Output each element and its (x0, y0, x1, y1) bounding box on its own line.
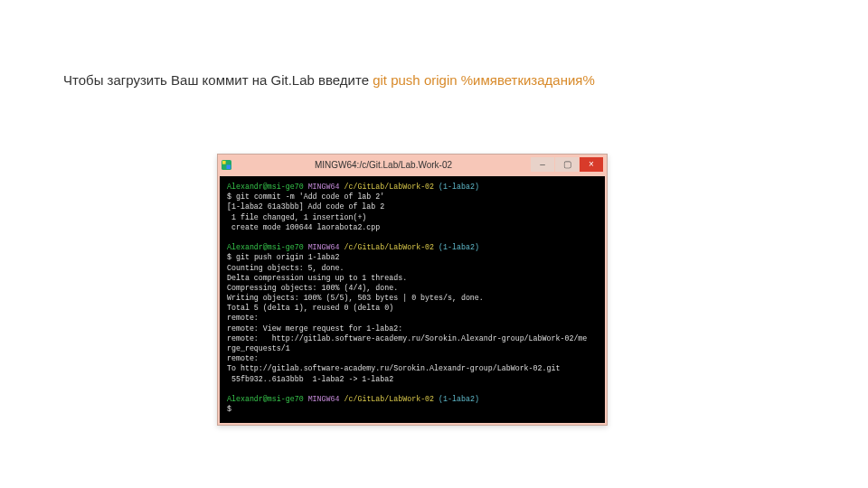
out-1-2: create mode 100644 laorabota2.cpp (227, 223, 380, 231)
minimize-button[interactable]: – (531, 157, 554, 172)
svg-rect-1 (222, 160, 226, 164)
prompt-shell: MINGW64 (308, 243, 340, 251)
prompt-shell: MINGW64 (308, 183, 340, 191)
prompt-user: Alexandr@msi-ge70 (227, 183, 304, 191)
out-2-1: Delta compression using up to 1 threads. (227, 274, 407, 282)
cmd-1: git commit -m 'Add code of lab 2' (231, 192, 384, 201)
out-2-4: Total 5 (delta 1), reused 0 (delta 0) (227, 304, 393, 312)
out-2-2: Compressing objects: 100% (4/4), done. (227, 284, 398, 292)
cmd-2: git push origin 1-laba2 (231, 253, 340, 261)
instruction-text: Чтобы загрузить Ваш коммит на Git.Lab вв… (63, 72, 595, 88)
out-1-1: 1 file changed, 1 insertion(+) (227, 213, 366, 221)
window-titlebar: MINGW64:/c/Git.Lab/Lab.Work-02 – ▢ × (218, 155, 607, 174)
close-button[interactable]: × (580, 157, 603, 172)
out-2-7: remote: http://gitlab.software-academy.r… (227, 334, 587, 343)
terminal-body[interactable]: Alexandr@msi-ge70 MINGW64 /c/GitLab/LabW… (220, 176, 605, 423)
svg-rect-2 (227, 164, 231, 169)
out-2-0: Counting objects: 5, done. (227, 264, 344, 272)
app-icon (222, 160, 231, 170)
out-2-11: 55fb932..61a3bbb 1-laba2 -> 1-laba2 (227, 375, 393, 383)
out-2-3: Writing objects: 100% (5/5), 503 bytes |… (227, 294, 484, 302)
out-2-6: remote: View merge request for 1-laba2: (227, 324, 402, 333)
terminal-window: MINGW64:/c/Git.Lab/Lab.Work-02 – ▢ × Ale… (217, 154, 608, 426)
prompt-path: /c/GitLab/LabWork-02 (344, 395, 434, 403)
window-title: MINGW64:/c/Git.Lab/Lab.Work-02 (237, 160, 530, 170)
maximize-button[interactable]: ▢ (555, 157, 579, 172)
instruction-prefix: Чтобы загрузить Ваш коммит на Git.Lab вв… (63, 72, 373, 88)
prompt-branch: (1-laba2) (439, 183, 479, 191)
out-2-8: rge_requests/1 (227, 344, 290, 352)
out-1-0: [1-laba2 61a3bbb] Add code of lab 2 (227, 202, 384, 211)
out-2-10: To http://gitlab.software-academy.ru/Sor… (227, 364, 560, 372)
prompt-shell: MINGW64 (308, 395, 340, 403)
prompt-path: /c/GitLab/LabWork-02 (344, 243, 434, 251)
prompt-branch: (1-laba2) (439, 395, 479, 403)
out-2-9: remote: (227, 354, 259, 362)
out-2-5: remote: (227, 314, 259, 322)
prompt-user: Alexandr@msi-ge70 (227, 395, 304, 403)
prompt-branch: (1-laba2) (439, 243, 479, 251)
instruction-command: git push origin %имяветкизадания% (373, 72, 595, 88)
cursor: $ (227, 405, 231, 413)
prompt-user: Alexandr@msi-ge70 (227, 243, 304, 251)
prompt-path: /c/GitLab/LabWork-02 (344, 183, 434, 191)
